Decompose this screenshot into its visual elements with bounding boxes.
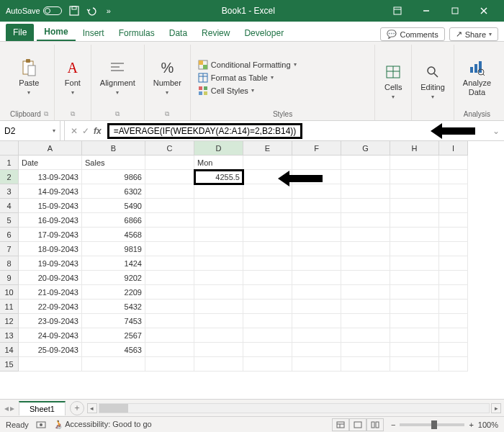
cell[interactable]: 6302 [82,184,145,199]
cell[interactable]: 24-09-2043 [19,328,82,343]
cell[interactable] [145,285,194,300]
sheet-next-icon[interactable]: ▸ [10,403,14,413]
cell[interactable] [390,285,439,300]
cell[interactable] [341,170,390,184]
cell[interactable]: Date [19,156,82,170]
row-header[interactable]: 5 [0,213,19,228]
tab-developer[interactable]: Developer [237,25,291,41]
editing-button[interactable]: Editing▾ [418,61,448,102]
conditional-formatting-button[interactable]: Conditional Formatting ▾ [197,59,298,71]
expand-formula-icon[interactable]: ⌄ [492,126,500,136]
cell[interactable] [243,285,292,300]
cell[interactable] [439,242,468,256]
cells-button[interactable]: Cells▾ [381,61,405,102]
tab-data[interactable]: Data [162,25,194,41]
row-header[interactable]: 13 [0,328,19,343]
cell[interactable]: 23-09-2043 [19,314,82,328]
cell[interactable]: 18-09-2043 [19,242,82,256]
row-header[interactable]: 8 [0,256,19,271]
cell[interactable] [341,300,390,314]
cell[interactable]: 5432 [82,300,145,314]
cell[interactable] [145,199,194,213]
row-header[interactable]: 15 [0,357,19,372]
zoom-in-button[interactable]: + [469,420,473,429]
cell[interactable]: 6866 [82,213,145,228]
cell[interactable]: 19-09-2043 [19,256,82,271]
cell[interactable] [292,285,341,300]
col-header-c[interactable]: C [145,141,194,156]
cell[interactable] [243,242,292,256]
minimize-button[interactable] [412,0,441,22]
zoom-out-button[interactable]: − [391,420,395,429]
col-header-b[interactable]: B [82,141,145,156]
cell[interactable] [292,199,341,213]
row-header[interactable]: 3 [0,184,19,199]
cell[interactable] [292,242,341,256]
cell[interactable] [194,242,243,256]
analyze-data-button[interactable]: Analyze Data [460,57,494,97]
cell[interactable]: 7453 [82,314,145,328]
alignment-button[interactable]: Alignment▾ [97,57,138,98]
cell[interactable] [341,271,390,285]
font-launcher-icon[interactable]: ⧉ [71,110,75,118]
cell[interactable] [292,256,341,271]
cell[interactable] [19,357,82,372]
cell[interactable] [145,184,194,199]
number-launcher-icon[interactable]: ⧉ [165,110,169,118]
cell[interactable] [390,343,439,357]
row-header[interactable]: 4 [0,199,19,213]
share-button[interactable]: ↗Share▾ [449,27,498,41]
cancel-icon[interactable]: ✕ [71,126,78,136]
scroll-right-icon[interactable]: ▸ [491,403,501,413]
cell[interactable] [194,228,243,242]
cell[interactable] [292,213,341,228]
cell[interactable] [439,213,468,228]
select-all-corner[interactable] [0,141,19,156]
cell[interactable]: 2567 [82,328,145,343]
cell[interactable] [439,170,468,184]
cell[interactable] [341,199,390,213]
cell[interactable] [390,271,439,285]
undo-icon[interactable] [86,6,96,16]
cell[interactable]: 1424 [82,256,145,271]
row-header[interactable]: 7 [0,242,19,256]
close-button[interactable] [469,0,498,22]
cell[interactable]: 4563 [82,343,145,357]
cell[interactable] [82,357,145,372]
cell[interactable] [243,156,292,170]
cell[interactable]: Mon [194,156,243,170]
cell[interactable] [194,300,243,314]
number-button[interactable]: % Number▾ [150,57,184,98]
alignment-launcher-icon[interactable]: ⧉ [115,110,120,118]
row-header[interactable]: 2 [0,170,19,184]
cell[interactable] [243,213,292,228]
row-header[interactable]: 10 [0,285,19,300]
ribbon-options-icon[interactable] [383,0,412,22]
cell[interactable] [341,213,390,228]
cell[interactable] [145,156,194,170]
cell[interactable] [194,213,243,228]
cell[interactable] [439,328,468,343]
cell[interactable]: 9202 [82,271,145,285]
cell[interactable] [292,156,341,170]
cell[interactable] [390,242,439,256]
cell[interactable]: Sales [82,156,145,170]
cell[interactable]: 4568 [82,228,145,242]
cell[interactable] [292,271,341,285]
cell[interactable] [194,271,243,285]
col-header-f[interactable]: F [292,141,341,156]
tab-file[interactable]: File [6,24,34,41]
cell[interactable] [439,300,468,314]
cell[interactable] [439,228,468,242]
save-icon[interactable] [69,6,79,16]
col-header-g[interactable]: G [341,141,390,156]
cell[interactable] [390,314,439,328]
cell[interactable]: 14-09-2043 [19,184,82,199]
cell[interactable] [341,328,390,343]
row-header[interactable]: 9 [0,271,19,285]
cell[interactable] [145,170,194,184]
cell[interactable] [145,256,194,271]
row-header[interactable]: 11 [0,300,19,314]
cell[interactable] [390,256,439,271]
add-sheet-button[interactable]: ＋ [70,401,84,415]
